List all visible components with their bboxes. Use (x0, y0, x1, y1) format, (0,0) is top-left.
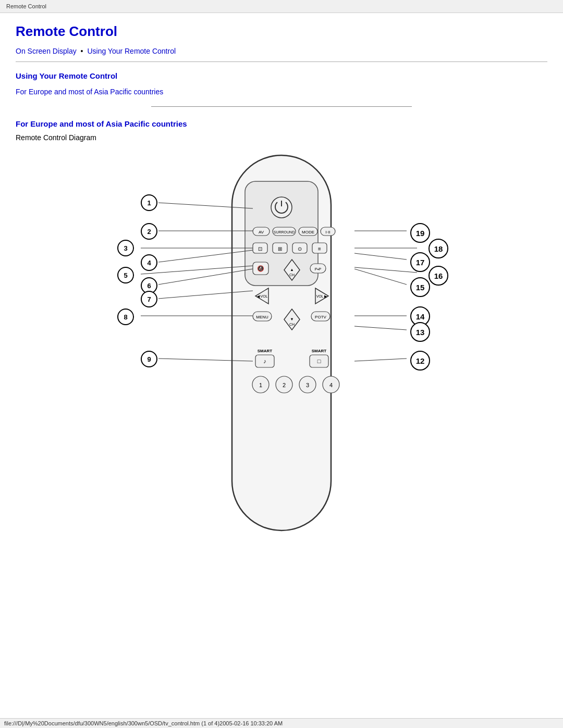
svg-text:⊞: ⊞ (278, 246, 282, 252)
section2-heading: For Europe and most of Asia Pacific coun… (16, 119, 547, 128)
label-3: 3 (117, 240, 134, 256)
svg-text:≡: ≡ (318, 246, 321, 252)
svg-line-67 (354, 326, 407, 330)
label-13: 13 (410, 322, 430, 342)
svg-point-2 (271, 197, 292, 218)
svg-text:M: M (259, 266, 263, 272)
svg-line-68 (354, 359, 407, 361)
label-4: 4 (141, 254, 157, 271)
svg-text:AV: AV (259, 230, 264, 235)
label-5: 5 (117, 267, 134, 283)
label-9: 9 (141, 351, 157, 367)
label-1: 1 (141, 194, 157, 211)
page-title: Remote Control (16, 23, 547, 40)
svg-text:P•P: P•P (315, 267, 322, 272)
label-7: 7 (141, 291, 157, 307)
label-19: 19 (410, 223, 430, 243)
svg-text:VOL ▶: VOL ▶ (316, 294, 328, 298)
svg-text:4: 4 (329, 382, 333, 388)
diagram-label: Remote Control Diagram (16, 133, 547, 142)
svg-text:▼: ▼ (290, 317, 293, 322)
svg-text:POTV: POTV (315, 315, 326, 319)
svg-text:♪: ♪ (263, 358, 266, 364)
section1-heading: Using Your Remote Control (16, 71, 547, 80)
inner-divider (151, 106, 412, 107)
svg-text:2: 2 (283, 382, 286, 388)
label-18: 18 (429, 239, 448, 258)
svg-text:I·II: I·II (326, 230, 331, 235)
nav-link-osd[interactable]: On Screen Display (16, 47, 77, 55)
nav-separator: • (81, 47, 83, 55)
main-divider (16, 61, 547, 62)
nav-links: On Screen Display • Using Your Remote Co… (16, 47, 547, 55)
status-bar: file:///D|/My%20Documents/dfu/300WN5/eng… (0, 718, 563, 728)
svg-text:⊙: ⊙ (298, 246, 302, 252)
label-2: 2 (141, 223, 157, 240)
svg-text:MENU: MENU (256, 315, 268, 319)
remote-diagram: AV SURROUND MODE I·II ⊡ ⊞ ⊙ ≡ � (99, 150, 464, 541)
svg-text:⊡: ⊡ (258, 246, 262, 252)
svg-text:◀ VOL: ◀ VOL (257, 294, 268, 298)
label-17: 17 (410, 252, 430, 272)
svg-text:SURROUND: SURROUND (274, 230, 295, 234)
status-bar-text: file:///D|/My%20Documents/dfu/300WN5/eng… (4, 720, 283, 726)
label-12: 12 (410, 351, 430, 371)
svg-text:SMART: SMART (312, 349, 327, 353)
svg-text:1: 1 (259, 382, 262, 388)
svg-text:□: □ (317, 358, 321, 364)
browser-tab: Remote Control (0, 0, 563, 13)
svg-text:▲: ▲ (290, 267, 293, 272)
svg-line-63 (354, 253, 407, 260)
svg-line-64 (354, 267, 417, 273)
svg-line-65 (354, 269, 407, 285)
remote-body-svg: AV SURROUND MODE I·II ⊡ ⊞ ⊙ ≡ � (203, 150, 360, 541)
svg-text:SMART: SMART (258, 349, 273, 353)
svg-text:MODE: MODE (302, 230, 314, 235)
tab-title: Remote Control (6, 3, 46, 9)
sublink-europe[interactable]: For Europe and most of Asia Pacific coun… (16, 88, 547, 96)
label-16: 16 (429, 266, 448, 286)
svg-text:CH: CH (289, 273, 295, 277)
page-content: Remote Control On Screen Display • Using… (0, 13, 563, 562)
nav-link-remote[interactable]: Using Your Remote Control (87, 47, 176, 55)
label-8: 8 (117, 309, 134, 325)
svg-text:CH: CH (289, 323, 295, 326)
svg-text:3: 3 (306, 382, 309, 388)
label-15: 15 (410, 277, 430, 297)
